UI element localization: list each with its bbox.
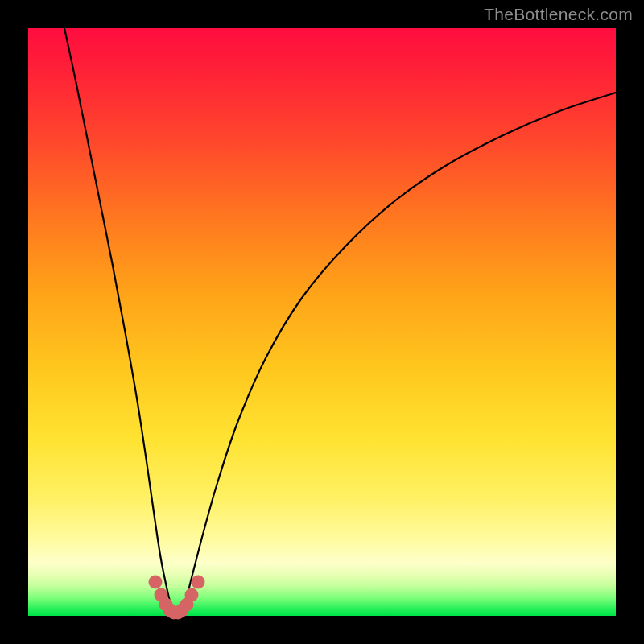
curve-left-branch	[64, 28, 173, 613]
chart-frame: TheBottleneck.com	[0, 0, 644, 644]
gradient-plot-area	[28, 28, 616, 616]
minimum-marker-dot	[192, 576, 205, 589]
minimum-marker-dot	[185, 588, 199, 602]
bottleneck-curve-overlay	[28, 28, 616, 616]
curve-right-branch	[181, 93, 616, 613]
minimum-markers	[149, 576, 205, 620]
curve-group	[64, 28, 616, 613]
watermark-text: TheBottleneck.com	[484, 5, 633, 24]
minimum-marker-dot	[149, 576, 163, 589]
